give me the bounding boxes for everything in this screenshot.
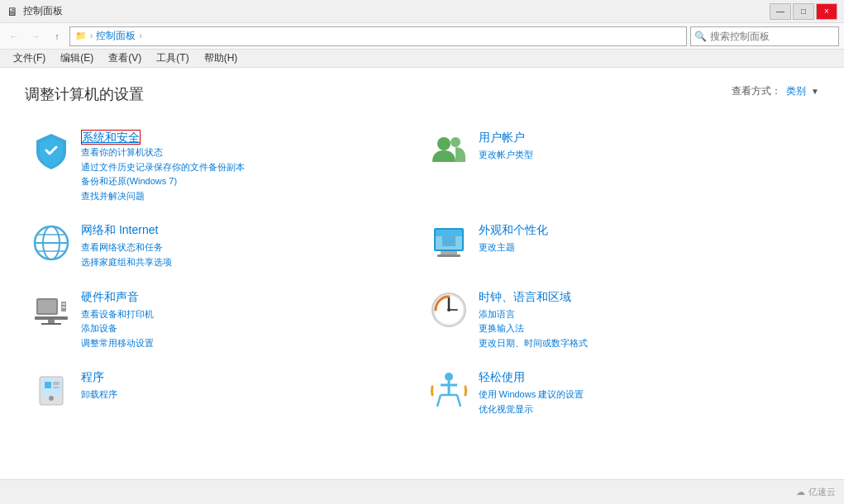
category-subs-system-security: 查看你的计算机状态通过文件历史记录保存你的文件备份副本备份和还原(Windows… bbox=[81, 145, 416, 203]
title-bar-icon: 🖥 bbox=[7, 5, 18, 18]
category-item-hardware-sound[interactable]: 硬件和声音查看设备和打印机添加设备调整常用移动设置 bbox=[25, 280, 422, 361]
category-text-hardware-sound: 硬件和声音查看设备和打印机添加设备调整常用移动设置 bbox=[81, 290, 416, 351]
svg-point-0 bbox=[437, 137, 451, 150]
svg-rect-29 bbox=[45, 382, 51, 388]
title-bar-left: 🖥 控制面板 bbox=[7, 4, 63, 18]
status-bar: ☁ 亿速云 bbox=[0, 479, 844, 504]
category-item-appearance[interactable]: 外观和个性化更改主题 bbox=[422, 213, 820, 279]
view-mode-value[interactable]: 类别 bbox=[786, 84, 806, 98]
search-icon: 🔍 bbox=[694, 31, 707, 42]
category-sub-item[interactable]: 添加设备 bbox=[81, 321, 416, 336]
svg-point-32 bbox=[445, 373, 453, 381]
category-sub-item[interactable]: 卸载程序 bbox=[81, 388, 416, 402]
window-title: 控制面板 bbox=[23, 4, 63, 18]
category-item-network-internet[interactable]: 网络和 Internet查看网络状态和任务选择家庭组和共享选项 bbox=[25, 213, 422, 279]
view-mode-arrow[interactable]: ▼ bbox=[811, 87, 819, 96]
category-text-appearance: 外观和个性化更改主题 bbox=[479, 223, 813, 255]
category-text-user-accounts: 用户帐户更改帐户类型 bbox=[479, 131, 813, 163]
svg-rect-18 bbox=[35, 316, 68, 320]
category-sub-item[interactable]: 查看设备和打印机 bbox=[81, 307, 416, 322]
category-item-programs[interactable]: 程序卸载程序 bbox=[25, 360, 422, 426]
category-sub-item[interactable]: 添加语言 bbox=[479, 307, 813, 322]
category-title-network-internet[interactable]: 网络和 Internet bbox=[81, 223, 416, 238]
back-button[interactable]: ← bbox=[5, 27, 23, 45]
svg-rect-9 bbox=[436, 230, 462, 236]
svg-rect-16 bbox=[62, 303, 65, 305]
category-title-programs[interactable]: 程序 bbox=[81, 370, 416, 385]
category-item-system-security[interactable]: 系统和安全查看你的计算机状态通过文件历史记录保存你的文件备份副本备份和还原(Wi… bbox=[25, 121, 422, 213]
svg-rect-19 bbox=[48, 320, 55, 323]
category-title-system-security[interactable]: 系统和安全 bbox=[81, 130, 141, 145]
svg-line-36 bbox=[457, 395, 460, 407]
category-sub-item[interactable]: 通过文件历史记录保存你的文件备份副本 bbox=[81, 160, 416, 175]
category-sub-item[interactable]: 更改帐户类型 bbox=[479, 148, 813, 163]
category-sub-item[interactable]: 更换输入法 bbox=[479, 321, 813, 336]
category-sub-item[interactable]: 优化视觉显示 bbox=[479, 402, 813, 417]
category-subs-accessibility: 使用 Windows 建议的设置优化视觉显示 bbox=[479, 388, 813, 416]
menu-view[interactable]: 查看(V) bbox=[102, 50, 148, 67]
watermark-icon: ☁ bbox=[796, 487, 805, 497]
category-sub-item[interactable]: 选择家庭组和共享选项 bbox=[81, 255, 416, 270]
category-subs-network-internet: 查看网络状态和任务选择家庭组和共享选项 bbox=[81, 240, 416, 269]
category-title-clock-language[interactable]: 时钟、语言和区域 bbox=[479, 290, 813, 305]
maximize-button[interactable]: □ bbox=[793, 3, 814, 20]
category-sub-item[interactable]: 查找并解决问题 bbox=[81, 189, 416, 204]
watermark-text: 亿速云 bbox=[808, 486, 836, 498]
minimize-button[interactable]: — bbox=[770, 3, 791, 20]
category-sub-item[interactable]: 使用 Windows 建议的设置 bbox=[479, 388, 813, 402]
breadcrumb-sep: › bbox=[90, 31, 93, 40]
breadcrumb: 📁 › 控制面板 › bbox=[75, 29, 142, 43]
svg-rect-30 bbox=[53, 382, 60, 385]
svg-rect-14 bbox=[38, 300, 56, 313]
svg-line-35 bbox=[437, 395, 441, 407]
forward-button[interactable]: → bbox=[26, 27, 45, 45]
category-item-accessibility[interactable]: 轻松使用使用 Windows 建议的设置优化视觉显示 bbox=[422, 360, 820, 426]
category-text-accessibility: 轻松使用使用 Windows 建议的设置优化视觉显示 bbox=[479, 370, 813, 416]
category-sub-item[interactable]: 备份和还原(Windows 7) bbox=[81, 174, 416, 189]
menu-help[interactable]: 帮助(H) bbox=[198, 50, 245, 67]
menu-tools[interactable]: 工具(T) bbox=[150, 50, 195, 67]
categories-grid: 系统和安全查看你的计算机状态通过文件历史记录保存你的文件备份副本备份和还原(Wi… bbox=[25, 121, 819, 427]
category-item-user-accounts[interactable]: 用户帐户更改帐户类型 bbox=[422, 121, 820, 213]
up-button[interactable]: ↑ bbox=[48, 27, 66, 45]
svg-point-25 bbox=[447, 308, 451, 311]
svg-rect-11 bbox=[437, 254, 460, 257]
category-sub-item[interactable]: 调整常用移动设置 bbox=[81, 336, 416, 351]
category-icon-user-accounts bbox=[429, 131, 469, 170]
category-title-appearance[interactable]: 外观和个性化 bbox=[479, 223, 813, 238]
close-button[interactable]: × bbox=[816, 3, 837, 20]
category-sub-item[interactable]: 更改日期、时间或数字格式 bbox=[479, 336, 813, 351]
svg-rect-31 bbox=[53, 387, 60, 388]
category-item-clock-language[interactable]: 时钟、语言和区域添加语言更换输入法更改日期、时间或数字格式 bbox=[422, 280, 820, 361]
category-sub-item[interactable]: 查看网络状态和任务 bbox=[81, 240, 416, 255]
category-icon-accessibility bbox=[429, 370, 469, 410]
category-subs-programs: 卸载程序 bbox=[81, 388, 416, 402]
category-text-clock-language: 时钟、语言和区域添加语言更换输入法更改日期、时间或数字格式 bbox=[479, 290, 813, 351]
category-icon-programs bbox=[31, 370, 71, 410]
category-text-programs: 程序卸载程序 bbox=[81, 370, 416, 402]
address-bar: ← → ↑ 📁 › 控制面板 › 🔍 bbox=[0, 23, 844, 50]
category-subs-appearance: 更改主题 bbox=[479, 240, 813, 255]
category-icon-network-internet bbox=[31, 223, 71, 263]
svg-point-28 bbox=[49, 396, 54, 401]
address-input[interactable]: 📁 › 控制面板 › bbox=[69, 26, 687, 46]
menu-file[interactable]: 文件(F) bbox=[7, 50, 52, 67]
category-title-hardware-sound[interactable]: 硬件和声音 bbox=[81, 290, 416, 305]
menu-edit[interactable]: 编辑(E) bbox=[54, 50, 100, 67]
search-container: 🔍 bbox=[690, 26, 839, 46]
breadcrumb-sep2: › bbox=[139, 31, 141, 40]
category-icon-system-security bbox=[31, 131, 71, 170]
search-input[interactable] bbox=[710, 31, 826, 42]
category-subs-user-accounts: 更改帐户类型 bbox=[479, 148, 813, 163]
category-title-accessibility[interactable]: 轻松使用 bbox=[479, 370, 813, 385]
page-header: 调整计算机的设置 查看方式： 类别 ▼ bbox=[25, 84, 819, 104]
svg-rect-17 bbox=[62, 307, 65, 308]
category-title-user-accounts[interactable]: 用户帐户 bbox=[479, 131, 813, 145]
category-icon-clock-language bbox=[429, 290, 469, 330]
category-text-network-internet: 网络和 Internet查看网络状态和任务选择家庭组和共享选项 bbox=[81, 223, 416, 269]
page-title: 调整计算机的设置 bbox=[25, 84, 144, 104]
category-sub-item[interactable]: 更改主题 bbox=[479, 240, 813, 255]
watermark: ☁ 亿速云 bbox=[796, 486, 836, 498]
category-sub-item[interactable]: 查看你的计算机状态 bbox=[81, 145, 416, 160]
breadcrumb-item[interactable]: 控制面板 bbox=[96, 29, 136, 43]
